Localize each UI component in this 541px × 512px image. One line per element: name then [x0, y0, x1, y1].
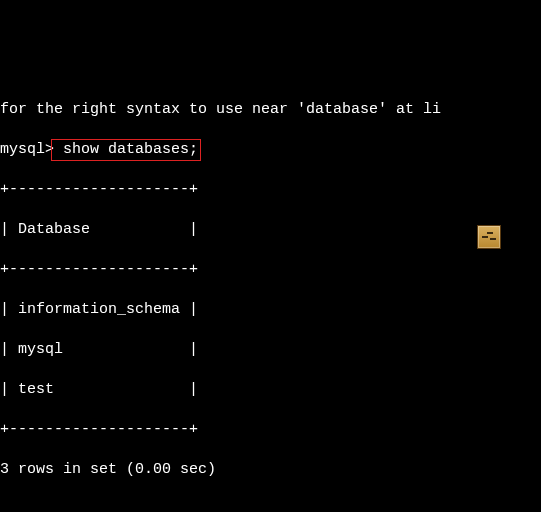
table-row: | test | [0, 380, 541, 400]
folder-icon[interactable] [477, 225, 501, 249]
table-header-database: | Database | [0, 220, 541, 240]
highlighted-command-show-databases: show databases; [51, 139, 201, 161]
terminal-output: for the right syntax to use near 'databa… [0, 80, 541, 512]
table-border: +--------------------+ [0, 180, 541, 200]
row-count: 3 rows in set (0.00 sec) [0, 460, 541, 480]
table-border: +--------------------+ [0, 420, 541, 440]
table-row: | information_schema | [0, 300, 541, 320]
command-line-1: mysql> show databases; [0, 140, 541, 160]
table-row: | mysql | [0, 340, 541, 360]
table-border: +--------------------+ [0, 260, 541, 280]
mysql-prompt: mysql> [0, 141, 54, 158]
error-line: for the right syntax to use near 'databa… [0, 100, 541, 120]
